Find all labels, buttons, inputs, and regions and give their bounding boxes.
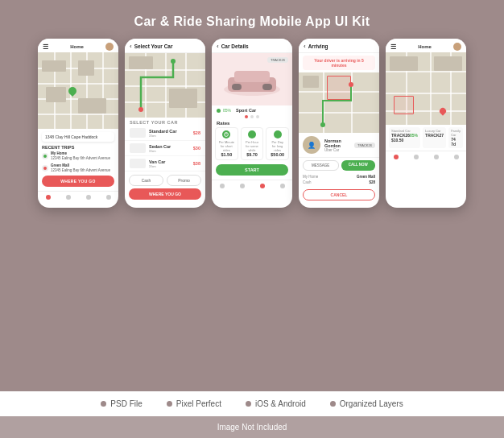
p4-payment-row: Cash $28 [303, 180, 375, 184]
p1-trips-title: RECENT TRIPS [42, 145, 114, 150]
feature-psd-label: PSD File [110, 399, 142, 408]
p2-back-icon[interactable]: ‹ [130, 43, 132, 50]
p5-card-family: Family Car 74 7d [448, 127, 463, 148]
p3-rate2-value: $9.70 [244, 152, 261, 157]
p3-header-label: Car Details [221, 43, 249, 49]
svg-rect-4 [234, 71, 270, 82]
p1-nav-profile[interactable] [106, 195, 111, 200]
p3-back-icon[interactable]: ‹ [217, 43, 219, 50]
phone-1: ☰ Home 1348 Clay Hill Cape Had [38, 39, 118, 208]
p5-avatar [453, 43, 461, 51]
p1-bottom-nav [38, 191, 118, 203]
p2-payment-actions: Cash Promo [125, 171, 205, 186]
p3-nav-4[interactable] [280, 184, 285, 188]
p5-tag2: TRACK27 [425, 133, 444, 138]
feature-ios-label: iOS & Android [255, 399, 306, 408]
p1-trip-2: Green Mall 12345 Ealing Bay 6th Advent A… [42, 163, 114, 173]
p2-where-button[interactable]: WHERE YOU GO [129, 188, 201, 200]
p1-nav-car[interactable] [66, 195, 71, 200]
p2-car-option-3[interactable]: Van Car 3 km $38 [125, 156, 205, 171]
phone-4: ‹ Arriving Your driver is arriving in 5 … [299, 39, 379, 208]
p2-route-svg [125, 53, 205, 118]
p5-nav-3[interactable] [434, 155, 439, 159]
p3-status-dot [217, 109, 221, 113]
p5-nav-1[interactable] [394, 155, 399, 159]
svg-rect-5 [232, 84, 242, 90]
p3-rate2-icon [248, 130, 256, 138]
p3-start-button[interactable]: START [216, 164, 288, 176]
p1-map-block [38, 52, 118, 129]
p4-route-svg [299, 72, 379, 133]
p3-dot-2[interactable] [250, 115, 254, 118]
p4-car-label: Green Mall [357, 175, 375, 179]
p3-rate1-note: for short rides [218, 144, 235, 152]
p4-call-button[interactable]: CALL NOW [341, 160, 376, 171]
p2-car-price-2: $30 [193, 146, 200, 151]
p1-nav-home[interactable] [46, 195, 51, 200]
p5-nav-4[interactable] [454, 155, 459, 159]
p3-rate1-icon [222, 130, 230, 138]
p3-rate2-note: for some while [244, 144, 261, 152]
page-title: Car & Ride Sharing Mobile App UI Kit [134, 0, 370, 39]
p1-trip1-icon [42, 153, 48, 159]
p3-nav-3[interactable] [260, 184, 265, 188]
feature-organized-label: Organized Layers [340, 399, 403, 408]
p4-message-button[interactable]: MESSAGE [303, 160, 339, 171]
p3-nav-1[interactable] [220, 184, 225, 188]
p4-dest-label: My Home [303, 175, 318, 179]
p5-map [386, 52, 466, 125]
p1-avatar [105, 43, 114, 51]
p4-payment-amount: $28 [369, 180, 375, 184]
p3-rate1-value: $1.50 [218, 152, 235, 157]
p5-price2: 7d [451, 142, 461, 147]
feature-pixel-dot [167, 401, 172, 407]
not-included-bar: Image Not Included [0, 416, 504, 438]
p5-hamburger-icon: ☰ [390, 43, 396, 51]
p2-cash-button[interactable]: Cash [129, 175, 163, 186]
p1-where-button[interactable]: WHERE YOU GO [42, 176, 114, 187]
p2-car-dist-1: 3 km [149, 134, 193, 138]
p5-card-luxury: Luxury Car TRACK27 [423, 127, 446, 148]
phone-2: ‹ Select Your Car SELECT YOUR CAR [125, 39, 205, 208]
p5-card-standard: Standard Car TRACK26 85% $10.50 [389, 127, 420, 148]
p1-nav-map[interactable] [86, 195, 91, 200]
p1-map [38, 52, 118, 129]
p4-header-label: Arriving [308, 43, 328, 49]
p4-back-icon[interactable]: ‹ [304, 43, 306, 50]
p3-status-row: 85% Sport Car [212, 105, 292, 115]
p2-car-option-1[interactable]: Standard Car 3 km $28 [125, 126, 205, 141]
p3-nav-2[interactable] [240, 184, 245, 188]
feature-ios-dot [246, 401, 251, 407]
feature-psd: PSD File [101, 399, 142, 408]
p1-location-card: 1348 Clay Hill Cape Haddock [42, 132, 114, 142]
p1-trips: RECENT TRIPS My Home 12345 Ealing Bay 6t… [38, 145, 118, 172]
p2-car-option-2[interactable]: Sedan Car 3 km $30 [125, 141, 205, 156]
svg-point-1 [171, 59, 176, 64]
p1-trip2-text: Green Mall 12345 Ealing Bay 6th Advent A… [51, 163, 110, 173]
p5-header: ☰ Home [386, 39, 466, 52]
p4-trip-info: My Home Green Mall Cash $28 [299, 173, 379, 188]
p1-trip1-addr: 12345 Ealing Bay 6th Advent Avenue [51, 156, 110, 161]
p4-map-block [299, 72, 379, 133]
p2-promo-button[interactable]: Promo [167, 175, 201, 186]
p4-driver-role: Uber Car [324, 148, 350, 152]
feature-pixel: Pixel Perfect [167, 399, 221, 408]
p2-car-dist-2: 3 km [149, 149, 193, 153]
p5-nav-2[interactable] [414, 155, 419, 159]
svg-point-0 [138, 107, 143, 112]
p4-arriving-badge: Your driver is arriving in 5 minutes [303, 56, 375, 70]
p4-cancel-button[interactable]: CANCEL [303, 189, 375, 200]
p3-dot-3[interactable] [256, 115, 259, 118]
p2-car-info-2: Sedan Car 3 km [146, 144, 193, 153]
p1-trip2-addr: 12345 Ealing Bay 6th Advent Avenue [51, 168, 110, 173]
p1-trip-1: My Home 12345 Ealing Bay 6th Advent Aven… [42, 151, 114, 161]
p3-dot-1[interactable] [245, 115, 248, 118]
p2-car-info-3: Van Car 3 km [146, 159, 193, 168]
svg-point-9 [320, 122, 325, 127]
p3-rate3-icon [274, 130, 282, 138]
p1-trip1-text: My Home 12345 Ealing Bay 6th Advent Aven… [51, 151, 110, 161]
phones-container: ☰ Home 1348 Clay Hill Cape Had [27, 39, 477, 208]
p2-car-price-3: $38 [193, 161, 200, 166]
p4-contact-actions: MESSAGE CALL NOW [299, 158, 379, 173]
p4-driver-info: Norman Gordon Uber Car [324, 138, 350, 152]
